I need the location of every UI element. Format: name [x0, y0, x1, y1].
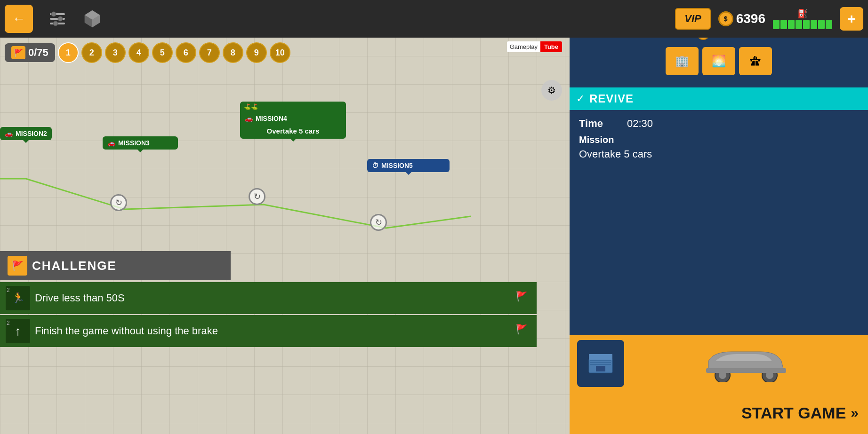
vip-button[interactable]: VIP	[675, 8, 710, 30]
progress-flag-icon: 🚩	[11, 46, 25, 59]
svg-rect-11	[589, 354, 612, 360]
challenge-item-1: 2 🏃 Drive less than 50S 🚩	[0, 282, 537, 314]
svg-rect-13	[590, 362, 611, 363]
map-settings-icon[interactable]: ⚙	[541, 80, 562, 101]
svg-point-3	[51, 12, 56, 16]
level-dot-9[interactable]: 9	[246, 42, 267, 63]
revive-row[interactable]: ✓ REVIVE	[570, 87, 868, 110]
challenge-item-2: 2 ↑ Finish the game without using the br…	[0, 315, 537, 347]
fuel-bar: ⛽	[773, 8, 832, 29]
time-value: 02:30	[627, 118, 653, 130]
time-row: Time 02:30	[579, 118, 859, 130]
challenge-title: CHALLENGE	[32, 259, 117, 273]
challenge-text-1: Drive less than 50S	[35, 292, 511, 304]
fuel-bar-5	[803, 20, 810, 29]
svg-rect-12	[590, 360, 611, 361]
level-dot-5[interactable]: 5	[152, 42, 173, 63]
mission-detail-value: Overtake 5 cars	[579, 148, 859, 160]
fuel-bar-4	[796, 20, 802, 29]
coin-icon: $	[718, 11, 733, 26]
svg-point-4	[58, 16, 63, 21]
fuel-bar-2	[780, 20, 787, 29]
challenge-flag-end-2: 🚩	[516, 324, 531, 339]
challenge-icon-1: 2 🏃	[6, 286, 30, 310]
progress-text: 0/75	[28, 47, 48, 59]
mission2-pin[interactable]: 🚗 MISSION2	[0, 127, 52, 140]
svg-point-5	[53, 21, 58, 26]
level-dot-1[interactable]: 1	[58, 42, 79, 63]
cube-icon[interactable]	[82, 8, 103, 29]
garage-icon	[577, 340, 624, 387]
level-dot-6[interactable]: 6	[176, 42, 196, 63]
filter-icon[interactable]	[47, 8, 68, 29]
mission4-subtitle: Overtake 5 cars	[240, 125, 346, 139]
mission3-pin[interactable]: 🚗 MISSION3	[103, 136, 178, 150]
fuel-bar-7	[818, 20, 825, 29]
level-dot-7[interactable]: 7	[199, 42, 220, 63]
challenge-flag-icon: 🚩	[8, 256, 27, 276]
map-marker-3[interactable]	[370, 214, 387, 231]
gameplay-tube-badge: Gameplay Tube	[507, 41, 562, 52]
mission-details: Time 02:30 Mission Overtake 5 cars	[570, 110, 868, 335]
challenge-header: 🚩 CHALLENGE	[0, 251, 231, 280]
car-silhouette	[624, 345, 868, 382]
level-dot-3[interactable]: 3	[105, 42, 126, 63]
reward-icon-sunrise[interactable]: 🌅	[702, 47, 735, 75]
garage-section	[570, 335, 868, 392]
gameplay-prefix: Gameplay	[507, 41, 540, 52]
time-label: Time	[579, 118, 621, 130]
tube-suffix: Tube	[540, 41, 562, 52]
mission4-pin[interactable]: ⛳⛳ 🚗 MISSION4 Overtake 5 cars	[240, 102, 346, 139]
reward-icons-row: 🏢 🌅 🛣	[579, 47, 859, 75]
fuel-bar-6	[811, 20, 817, 29]
add-currency-button[interactable]: +	[840, 7, 863, 31]
coin-amount: 6396	[736, 11, 765, 26]
challenge-text-2: Finish the game without using the brake	[35, 325, 511, 337]
level-dot-8[interactable]: 8	[223, 42, 243, 63]
start-game-label: START GAME	[741, 404, 846, 422]
level-dot-4[interactable]: 4	[129, 42, 149, 63]
map-marker-1[interactable]	[110, 194, 127, 211]
fuel-icon: ⛽	[797, 8, 808, 19]
svg-rect-14	[590, 364, 611, 365]
challenge-icon-2: 2 ↑	[6, 319, 30, 343]
currency-display: $ 6396	[718, 11, 765, 26]
top-bar: ← VIP $ 6396	[0, 0, 868, 38]
level-dot-10[interactable]: 10	[270, 42, 290, 63]
check-icon: ✓	[576, 93, 585, 105]
fuel-bars-row	[773, 20, 832, 29]
fuel-bar-1	[773, 20, 780, 29]
challenge-flag-end-1: 🚩	[516, 291, 531, 306]
map-area: 🚗 MISSION2 🚗 MISSION3 ⛳⛳ 🚗 MISSION4 Over…	[0, 0, 570, 434]
back-button[interactable]: ←	[5, 5, 33, 33]
fuel-bar-3	[788, 20, 795, 29]
level-bar: 🚩 0/75 1 2 3 4 5 6 7 8 9 10	[5, 42, 290, 63]
svg-rect-15	[596, 366, 605, 371]
revive-label: REVIVE	[589, 92, 634, 105]
level-dot-2[interactable]: 2	[81, 42, 102, 63]
reward-icon-road[interactable]: 🛣	[739, 47, 772, 75]
start-game-chevron: »	[851, 405, 859, 421]
right-panel: REWARD $ 2000 🏢 🌅 🛣 ✓ REVIVE Time 02:30 …	[570, 0, 868, 434]
reward-icon-buildings[interactable]: 🏢	[666, 47, 699, 75]
mission5-pin[interactable]: ⏱ MISSION5	[367, 159, 450, 172]
fuel-bar-8	[826, 20, 832, 29]
challenge-panel: 🚩 CHALLENGE 2 🏃 Drive less than 50S 🚩 2 …	[0, 251, 537, 347]
path-svg	[0, 0, 570, 434]
map-marker-2[interactable]	[249, 188, 265, 205]
svg-rect-20	[706, 368, 786, 373]
start-game-button[interactable]: START GAME »	[570, 392, 868, 434]
mission-subtitle-label: Mission	[579, 134, 859, 145]
progress-badge: 🚩 0/75	[5, 43, 55, 62]
